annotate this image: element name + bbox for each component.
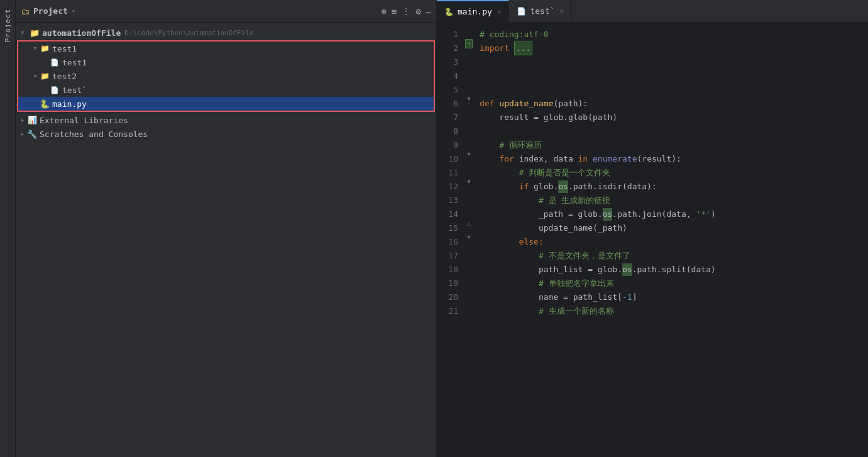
project-root[interactable]: ▼ 📁 automationOfFile D:\code\Python\auto…	[16, 25, 436, 40]
sidebar: 🗂 Project ▾ ⊕ ≡ ⋮ ⚙ — ▼ 📁 automationOfFi…	[16, 0, 437, 457]
code-line-5	[480, 83, 868, 97]
collapse-all-icon[interactable]: ≡	[392, 6, 397, 16]
code-line-12: if glob.os.path.isdir(data):	[480, 180, 868, 194]
vertical-project-tab[interactable]: Project	[0, 0, 16, 457]
project-root-path: D:\code\Python\automationOfFile	[124, 29, 253, 37]
tree-label-test-file: test`	[62, 85, 87, 95]
dropdown-arrow-icon[interactable]: ▾	[72, 7, 76, 15]
tree-label-scratches: Scratches and Consoles	[40, 129, 148, 139]
file-tree: ▼ 📁 automationOfFile D:\code\Python\auto…	[16, 23, 436, 457]
hide-icon[interactable]: —	[426, 6, 431, 16]
code-line-15: update_name(_path)	[480, 221, 868, 235]
file-icon-test: 📄	[50, 85, 60, 95]
tab-main-py-label: main.py	[458, 7, 492, 16]
code-editor[interactable]: 1 2 3 4 5 6 7 8 9 10 11 12 13 14 15 16 1…	[437, 23, 868, 457]
file-tab-icon: 📄	[517, 7, 526, 16]
code-line-11: # 判断是否是一个文件夹	[480, 166, 868, 180]
code-line-16: else:	[480, 235, 868, 249]
import-collapsed: ...	[514, 41, 532, 56]
gutter-panel: + ▼ ▼ ▼ △ ▼	[463, 23, 475, 457]
tree-item-test-file[interactable]: 📄 test`	[18, 83, 434, 97]
tree-arrow-test1: ▼	[31, 44, 40, 53]
folder-icon: 🗂	[21, 6, 30, 16]
folder-icon: 📁	[30, 28, 40, 38]
os-highlight-12: os	[558, 180, 568, 194]
tree-arrow-test2: ▼	[31, 72, 40, 80]
tree-arrow-scratches: ▶	[18, 129, 27, 138]
python-tab-icon: 🐍	[444, 8, 454, 16]
os-highlight-14: os	[603, 208, 613, 221]
scratches-icon: 🔧	[27, 129, 37, 139]
tree-item-test1-file[interactable]: 📄 test1	[18, 55, 434, 69]
sidebar-toolbar: ⊕ ≡ ⋮ ⚙ —	[381, 6, 431, 16]
tab-main-py-close[interactable]: ✕	[497, 8, 502, 16]
tree-label-test1-folder: test1	[52, 44, 77, 53]
vertical-tab-label[interactable]: Project	[3, 5, 13, 46]
tab-test-close[interactable]: ✕	[560, 7, 564, 15]
locate-icon[interactable]: ⊕	[381, 6, 386, 16]
settings-icon[interactable]: ⚙	[415, 6, 420, 16]
sidebar-title-text: Project	[33, 6, 68, 16]
sidebar-header: 🗂 Project ▾ ⊕ ≡ ⋮ ⚙ —	[16, 0, 436, 23]
code-line-6: def update_name(path):	[480, 97, 868, 111]
tree-arrow-external: ▶	[18, 116, 27, 124]
tree-item-external-libs[interactable]: ▶ 📊 External Libraries	[16, 113, 436, 127]
fold-icon-12[interactable]: ▼	[467, 179, 470, 185]
fold-icon-16[interactable]: ▼	[467, 234, 470, 240]
tree-item-main-py[interactable]: 🐍 main.py	[18, 97, 434, 111]
line-numbers: 1 2 3 4 5 6 7 8 9 10 11 12 13 14 15 16 1…	[437, 23, 463, 457]
code-line-7: result = glob.glob(path)	[480, 111, 868, 124]
os-highlight-18: os	[622, 263, 632, 277]
code-line-19: # 单独把名字拿出来	[480, 277, 868, 290]
tree-label-test1-file: test1	[62, 58, 87, 67]
folder-icon-test1: 📁	[40, 43, 50, 53]
code-line-14: _path = glob.os.path.join(data, '*')	[480, 207, 868, 221]
editor-area: 🐍 main.py ✕ 📄 test` ✕ 1 2 3 4 5 6 7 8 9 …	[437, 0, 868, 457]
fold-icon-10[interactable]: ▼	[467, 151, 470, 157]
tab-main-py[interactable]: 🐍 main.py ✕	[437, 0, 509, 22]
code-line-20: name = path_list[-1]	[480, 290, 868, 304]
python-icon-main: 🐍	[40, 99, 50, 109]
tab-test-label: test`	[530, 6, 554, 16]
code-line-2: import ...	[480, 41, 868, 55]
external-libs-icon: 📊	[27, 115, 37, 125]
tree-item-test2-folder[interactable]: ▼ 📁 test2	[18, 69, 434, 83]
tree-label-main-py: main.py	[52, 99, 87, 109]
tree-item-scratches[interactable]: ▶ 🔧 Scratches and Consoles	[16, 127, 436, 141]
code-line-4	[480, 69, 868, 83]
code-line-9: # 循环遍历	[480, 138, 868, 152]
project-root-name: automationOfFile	[42, 28, 121, 38]
code-line-18: path_list = glob.os.path.split(data)	[480, 263, 868, 277]
tree-label-test2-folder: test2	[52, 72, 77, 81]
tab-bar: 🐍 main.py ✕ 📄 test` ✕	[437, 0, 868, 23]
fold-icon-6[interactable]: ▼	[467, 96, 470, 102]
code-line-21: # 生成一个新的名称	[480, 304, 868, 318]
code-line-13: # 是 生成新的链接	[480, 194, 868, 207]
fold-icon-15[interactable]: △	[467, 220, 470, 226]
sidebar-title: 🗂 Project ▾	[21, 6, 377, 16]
code-line-8	[480, 124, 868, 138]
code-line-1: # coding:utf-8	[480, 28, 868, 41]
options-icon[interactable]: ⋮	[402, 6, 410, 16]
code-line-10: for index, data in enumerate(result):	[480, 152, 868, 166]
code-content[interactable]: # coding:utf-8 import ... def update_nam…	[475, 23, 868, 457]
tree-item-test1-folder[interactable]: ▼ 📁 test1	[18, 41, 434, 55]
fold-icon-2[interactable]: +	[465, 39, 473, 48]
highlight-box: ▼ 📁 test1 📄 test1 ▼ 📁 test2 📄 test	[17, 40, 435, 112]
code-line-3	[480, 55, 868, 69]
code-line-17: # 不是文件夹，是文件了	[480, 249, 868, 263]
tab-test[interactable]: 📄 test` ✕	[509, 0, 572, 22]
tree-label-external-libs: External Libraries	[40, 116, 128, 125]
file-icon-test1: 📄	[50, 57, 60, 67]
code-text: # coding:utf-8	[480, 28, 549, 41]
folder-icon-test2: 📁	[40, 71, 50, 81]
